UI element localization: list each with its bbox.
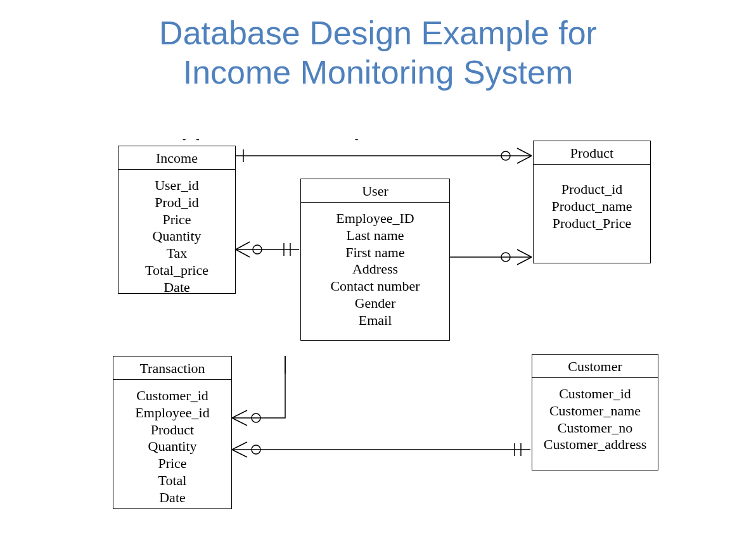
attr: Customer_no xyxy=(535,420,655,437)
attr: Employee_ID xyxy=(304,210,447,227)
attr: Price xyxy=(121,211,233,229)
diagram-canvas: Database Design Example for Income Monit… xyxy=(0,0,756,549)
svg-line-21 xyxy=(232,450,247,457)
attr: Date xyxy=(116,489,229,507)
svg-line-16 xyxy=(232,410,247,418)
attr: Product_Price xyxy=(536,215,648,232)
rel-income-product xyxy=(236,148,532,163)
attr: Product_id xyxy=(536,181,648,198)
svg-point-8 xyxy=(253,245,262,254)
svg-line-3 xyxy=(517,148,532,156)
entity-product: Product Product_id Product_name Product_… xyxy=(533,141,651,263)
svg-line-17 xyxy=(232,418,247,426)
svg-line-4 xyxy=(517,156,532,163)
svg-point-12 xyxy=(501,253,510,262)
entity-income-attrs: User_id Prod_id Price Quantity Tax Total… xyxy=(119,170,235,303)
artifact-dashes: - - xyxy=(183,134,203,145)
attr: User_id xyxy=(121,177,233,194)
title-line-1: Database Design Example for xyxy=(0,15,756,51)
rel-income-user xyxy=(236,242,299,257)
attr: Total_price xyxy=(121,262,233,279)
entity-transaction-name: Transaction xyxy=(113,357,231,380)
attr: Tax xyxy=(121,245,233,262)
entity-user-attrs: Employee_ID Last name First name Address… xyxy=(301,203,449,336)
attr: Date xyxy=(121,279,233,296)
attr: Product_name xyxy=(536,198,648,215)
attr: Address xyxy=(304,261,447,278)
attr: Contact number xyxy=(304,278,447,295)
svg-line-14 xyxy=(517,257,532,265)
rel-transaction-customer xyxy=(232,442,530,457)
entity-customer: Customer Customer_id Customer_name Custo… xyxy=(532,354,658,470)
attr: Employee_id xyxy=(116,405,229,422)
attr: Customer_name xyxy=(535,403,655,420)
svg-point-18 xyxy=(252,413,260,422)
attr: Quantity xyxy=(121,228,233,245)
entity-transaction: Transaction Customer_id Employee_id Prod… xyxy=(113,356,232,509)
entity-user: User Employee_ID Last name First name Ad… xyxy=(300,179,450,341)
attr: Customer_address xyxy=(535,436,655,453)
attr: Price xyxy=(116,455,229,472)
entity-transaction-attrs: Customer_id Employee_id Product Quantity… xyxy=(113,380,231,513)
entity-customer-attrs: Customer_id Customer_name Customer_no Cu… xyxy=(532,378,658,460)
artifact-dash: - xyxy=(355,134,358,145)
rel-transaction-user xyxy=(232,356,285,426)
attr: Customer_id xyxy=(116,388,229,405)
svg-point-2 xyxy=(501,151,510,160)
svg-line-6 xyxy=(236,242,250,249)
attr: Prod_id xyxy=(121,194,233,211)
svg-line-13 xyxy=(517,249,532,257)
attr: Gender xyxy=(304,295,447,312)
attr: Total xyxy=(116,472,229,489)
entity-income-name: Income xyxy=(119,146,235,170)
attr: Customer_id xyxy=(535,386,655,403)
entity-user-name: User xyxy=(301,179,449,203)
attr: Quantity xyxy=(116,438,229,455)
rel-user-product xyxy=(450,249,532,265)
attr: Product xyxy=(116,422,229,439)
attr: Last name xyxy=(304,227,447,244)
diagram-title: Database Design Example for Income Monit… xyxy=(0,15,756,90)
title-line-2: Income Monitoring System xyxy=(0,54,756,90)
entity-customer-name: Customer xyxy=(532,355,658,378)
entity-income: Income User_id Prod_id Price Quantity Ta… xyxy=(118,146,236,294)
entity-product-name: Product xyxy=(534,141,650,165)
attr: Email xyxy=(304,312,447,329)
entity-product-attrs: Product_id Product_name Product_Price xyxy=(534,165,650,238)
svg-line-20 xyxy=(232,442,247,450)
svg-line-7 xyxy=(236,249,250,257)
svg-point-22 xyxy=(252,445,260,454)
attr: First name xyxy=(304,244,447,262)
